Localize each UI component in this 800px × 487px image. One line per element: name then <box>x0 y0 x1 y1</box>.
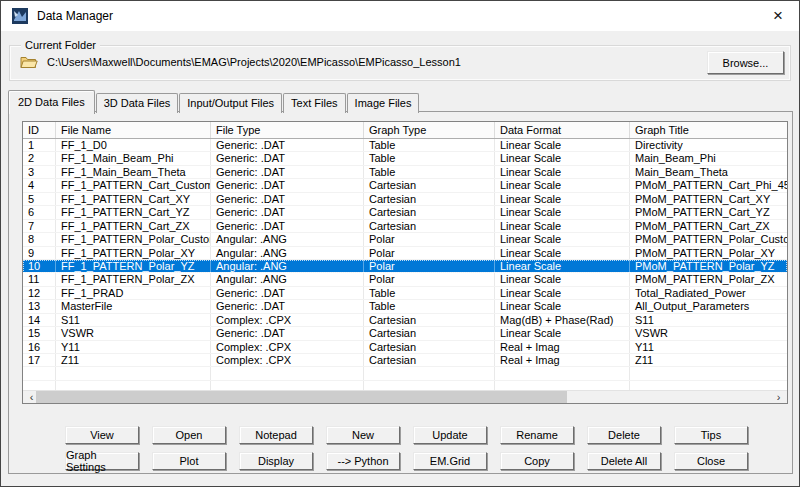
cell-data-format: Linear Scale <box>495 206 630 218</box>
open-folder-icon <box>20 55 38 69</box>
cell-graph-type: Polar <box>364 233 495 245</box>
cell-data-format: Linear Scale <box>495 300 630 312</box>
cell-graph-title: PMoM_PATTERN_Polar_YZ <box>630 260 787 272</box>
cell-file-type: Generic: .DAT <box>211 206 364 218</box>
cell-file-name: FF_1_PATTERN_Cart_Custom <box>56 179 211 191</box>
cell-data-format: Linear Scale <box>495 193 630 205</box>
view-button[interactable]: View <box>65 426 139 444</box>
cell-file-type: Generic: .DAT <box>211 193 364 205</box>
browse-button[interactable]: Browse... <box>707 51 784 74</box>
close-button[interactable]: Close <box>674 452 748 470</box>
cell-graph-type: Polar <box>364 247 495 259</box>
cell-file-type: Angular: .ANG <box>211 273 364 285</box>
cell-graph-type: Cartesian <box>364 354 495 366</box>
display-button[interactable]: Display <box>239 452 313 470</box>
table-row[interactable]: 1FF_1_D0Generic: .DATTableLinear ScaleDi… <box>23 139 787 152</box>
cell-graph-type: Table <box>364 139 495 151</box>
cell-graph-title: Z11 <box>630 354 787 366</box>
cell-graph-title: PMoM_PATTERN_Polar_ZX <box>630 273 787 285</box>
cell-file-name: FF_1_D0 <box>56 139 211 151</box>
column-header-file-name[interactable]: File Name <box>56 122 211 138</box>
table-row[interactable]: 16Y11Complex: .CPXCartesianReal + ImagY1… <box>23 341 787 354</box>
delete-all-button[interactable]: Delete All <box>587 452 661 470</box>
cell-graph-title <box>630 367 787 379</box>
cell-graph-title: PMoM_PATTERN_Polar_Custom <box>630 233 787 245</box>
cell-file-type <box>211 367 364 379</box>
copy-button[interactable]: Copy <box>500 452 574 470</box>
notepad-button[interactable]: Notepad <box>239 426 313 444</box>
column-header-graph-type[interactable]: Graph Type <box>364 122 495 138</box>
cell-id: 14 <box>23 314 56 326</box>
table-row[interactable]: 10FF_1_PATTERN_Polar_YZAngular: .ANGPola… <box>23 260 787 273</box>
app-icon <box>12 8 28 24</box>
table-row[interactable]: 15VSWRGeneric: .DATCartesianLinear Scale… <box>23 327 787 340</box>
tab-3d-data-files[interactable]: 3D Data Files <box>96 93 179 113</box>
table-row[interactable]: 8FF_1_PATTERN_Polar_CustomAngular: .ANGP… <box>23 233 787 246</box>
close-icon[interactable]: × <box>765 4 791 28</box>
cell-graph-type: Table <box>364 166 495 178</box>
scroll-right-icon[interactable]: › <box>772 391 785 403</box>
cell-file-type: Angular: .ANG <box>211 233 364 245</box>
cell-file-type: Generic: .DAT <box>211 220 364 232</box>
update-button[interactable]: Update <box>413 426 487 444</box>
plot-button[interactable]: Plot <box>152 452 226 470</box>
cell-graph-title: Main_Beam_Theta <box>630 166 787 178</box>
tab-2d-data-files[interactable]: 2D Data Files <box>8 90 95 114</box>
cell-graph-title <box>630 381 787 390</box>
graph-settings-button[interactable]: Graph Settings <box>65 452 139 470</box>
cell-data-format <box>495 381 630 390</box>
rename-button[interactable]: Rename <box>500 426 574 444</box>
table-row[interactable]: 9FF_1_PATTERN_Polar_XYAngular: .ANGPolar… <box>23 247 787 260</box>
action-button-grid: ViewOpenNotepadNewUpdateRenameDeleteTips… <box>65 426 748 478</box>
column-header-id[interactable]: ID <box>23 122 56 138</box>
tab-image-files[interactable]: Image Files <box>347 93 420 113</box>
scrollbar-thumb[interactable] <box>36 391 567 403</box>
table-row[interactable]: 13MasterFileGeneric: .DATTableLinear Sca… <box>23 300 787 313</box>
column-header-graph-title[interactable]: Graph Title <box>630 122 787 138</box>
column-header-data-format[interactable]: Data Format <box>495 122 630 138</box>
delete-button[interactable]: Delete <box>587 426 661 444</box>
cell-file-type: Generic: .DAT <box>211 287 364 299</box>
table-row[interactable]: 5FF_1_PATTERN_Cart_XYGeneric: .DATCartes… <box>23 193 787 206</box>
tab-input-output-files[interactable]: Input/Output Files <box>179 93 282 113</box>
cell-file-type: Complex: .CPX <box>211 314 364 326</box>
cell-data-format: Linear Scale <box>495 260 630 272</box>
cell-file-name: FF_1_Main_Beam_Theta <box>56 166 211 178</box>
data-manager-dialog: Data Manager × Current Folder C:\Users\M… <box>0 0 800 487</box>
cell-data-format: Mag(dB) + Phase(Rad) <box>495 314 630 326</box>
folder-path: C:\Users\Maxwell\Documents\EMAG\Projects… <box>47 56 461 68</box>
table-row[interactable]: 11FF_1_PATTERN_Polar_ZXAngular: .ANGPola… <box>23 273 787 286</box>
cell-file-name: VSWR <box>56 327 211 339</box>
table-row[interactable]: 12FF_1_PRADGeneric: .DATTableLinear Scal… <box>23 287 787 300</box>
cell-file-name <box>56 367 211 379</box>
cell-graph-type: Cartesian <box>364 341 495 353</box>
cell-id: 6 <box>23 206 56 218</box>
table-row[interactable]: 6FF_1_PATTERN_Cart_YZGeneric: .DATCartes… <box>23 206 787 219</box>
table-header-row: IDFile NameFile TypeGraph TypeData Forma… <box>23 122 787 139</box>
tab-text-files[interactable]: Text Files <box>283 93 345 113</box>
column-header-file-type[interactable]: File Type <box>211 122 364 138</box>
cell-data-format <box>495 367 630 379</box>
cell-file-type: Generic: .DAT <box>211 327 364 339</box>
title-bar[interactable]: Data Manager × <box>1 1 799 31</box>
cell-data-format: Linear Scale <box>495 273 630 285</box>
table-row[interactable]: 17Z11Complex: .CPXCartesianReal + ImagZ1… <box>23 354 787 367</box>
cell-graph-title: PMoM_PATTERN_Cart_YZ <box>630 206 787 218</box>
cell-data-format: Linear Scale <box>495 152 630 164</box>
open-button[interactable]: Open <box>152 426 226 444</box>
horizontal-scrollbar[interactable]: ‹ › <box>23 390 787 403</box>
cell-graph-title: All_Output_Parameters <box>630 300 787 312</box>
em-grid-button[interactable]: EM.Grid <box>413 452 487 470</box>
cell-graph-title: PMoM_PATTERN_Cart_XY <box>630 193 787 205</box>
table-row[interactable]: 7FF_1_PATTERN_Cart_ZXGeneric: .DATCartes… <box>23 220 787 233</box>
table-row[interactable]: 2FF_1_Main_Beam_PhiGeneric: .DATTableLin… <box>23 152 787 165</box>
table-row[interactable]: 4FF_1_PATTERN_Cart_CustomGeneric: .DATCa… <box>23 179 787 192</box>
cell-file-name: FF_1_PATTERN_Polar_ZX <box>56 273 211 285</box>
table-row[interactable]: 14S11Complex: .CPXCartesianMag(dB) + Pha… <box>23 314 787 327</box>
cell-graph-type: Cartesian <box>364 193 495 205</box>
tips-button[interactable]: Tips <box>674 426 748 444</box>
cell-id: 15 <box>23 327 56 339</box>
python-button[interactable]: --> Python <box>326 452 400 470</box>
table-row[interactable]: 3FF_1_Main_Beam_ThetaGeneric: .DATTableL… <box>23 166 787 179</box>
new-button[interactable]: New <box>326 426 400 444</box>
